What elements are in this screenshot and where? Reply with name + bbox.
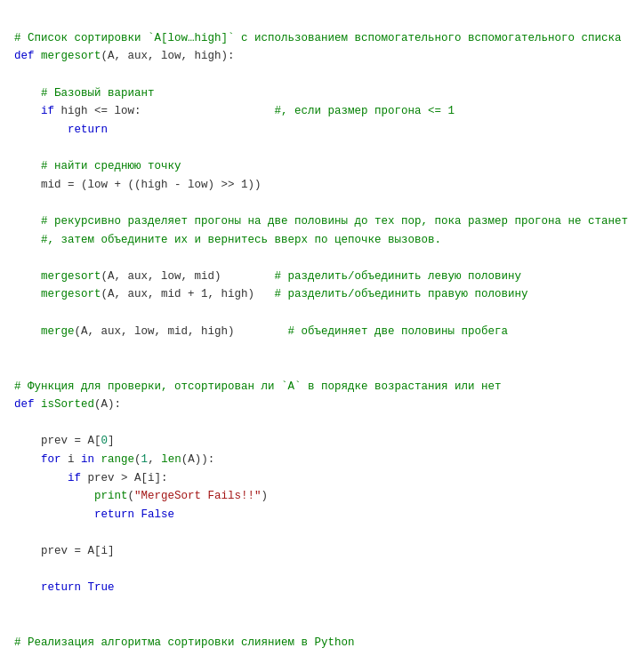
keyword-if-2: if xyxy=(68,472,81,484)
keyword-in: in xyxy=(81,453,94,466)
func-issorted: isSorted xyxy=(41,398,94,411)
keyword-return-2: return xyxy=(94,508,134,521)
comment-recursive: # рекурсивно разделяет прогоны на две по… xyxy=(41,215,628,228)
keyword-true: True xyxy=(88,581,115,594)
num-0: 0 xyxy=(101,435,109,447)
code-container: # Список сортировки `A[low…high]` с испо… xyxy=(0,0,644,656)
comment-left: # разделить/объединить левую половину xyxy=(275,270,522,283)
builtin-len: len xyxy=(161,453,181,466)
keyword-if-1: if xyxy=(41,105,54,117)
keyword-return-1: return xyxy=(68,124,108,136)
keyword-false: False xyxy=(141,508,175,521)
comment-main: # Реализация алгоритма сортировки слияни… xyxy=(14,636,355,649)
keyword-return-3: return xyxy=(41,581,81,594)
comment-mid: # найти среднюю точку xyxy=(41,160,181,172)
comment-recursive2: #, затем объедините их и вернитесь вверх… xyxy=(41,234,441,246)
comment-line-1: # Список сортировки `A[low…high]` с испо… xyxy=(14,32,622,44)
comment-base: # Базовый вариант xyxy=(41,87,155,100)
comment-merge: # объединяет две половины пробега xyxy=(288,325,509,338)
builtin-range: range xyxy=(101,453,135,466)
builtin-print: print xyxy=(94,490,128,502)
func-mergesort: mergesort xyxy=(41,50,101,62)
call-merge: merge xyxy=(41,325,75,338)
call-mergesort-2: mergesort xyxy=(41,288,101,300)
call-mergesort-1: mergesort xyxy=(41,270,101,283)
code-block: # Список сортировки `A[low…high]` с испо… xyxy=(14,11,630,656)
keyword-def-2: def xyxy=(14,398,35,411)
string-fail: "MergeSort Fails!!" xyxy=(134,490,262,502)
keyword-def-1: def xyxy=(14,50,35,62)
comment-size: #, если размер прогона <= 1 xyxy=(275,105,455,117)
comment-issorted: # Функция для проверки, отсортирован ли … xyxy=(14,380,502,393)
num-1: 1 xyxy=(141,453,149,466)
keyword-for: for xyxy=(41,453,61,466)
comment-right: # разделить/объединить правую половину xyxy=(275,288,528,300)
